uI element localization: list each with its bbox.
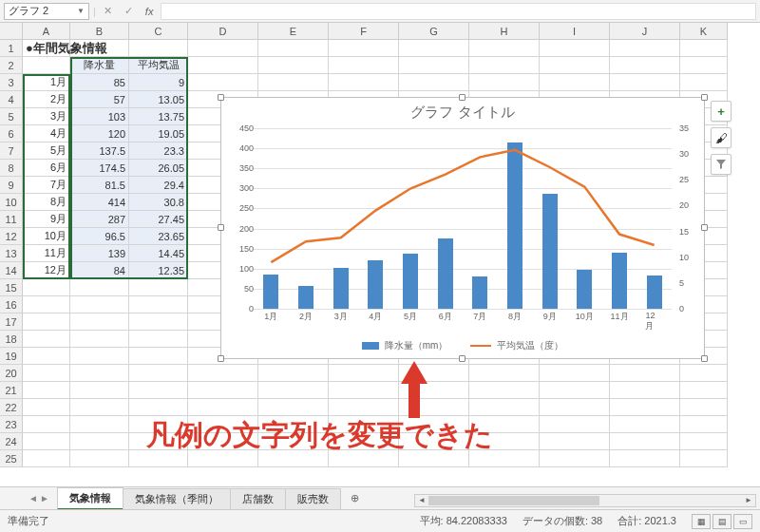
- cell[interactable]: [70, 314, 129, 331]
- line-series[interactable]: [254, 128, 672, 309]
- row-header[interactable]: 3: [0, 74, 23, 91]
- cell[interactable]: [680, 450, 728, 467]
- cell[interactable]: [129, 314, 188, 331]
- chart-legend[interactable]: 降水量（mm） 平均気温（度）: [221, 339, 704, 352]
- cell[interactable]: [680, 433, 728, 450]
- row-header[interactable]: 21: [0, 382, 23, 399]
- cell[interactable]: [70, 433, 129, 450]
- chart-elements-button[interactable]: +: [711, 101, 732, 122]
- cell[interactable]: [188, 365, 258, 382]
- cell[interactable]: [329, 365, 399, 382]
- cell[interactable]: 414: [70, 194, 129, 211]
- chart-filter-button[interactable]: [711, 154, 732, 175]
- cell[interactable]: 5月: [23, 142, 70, 160]
- row-header[interactable]: 15: [0, 279, 23, 296]
- cell[interactable]: [23, 279, 70, 296]
- col-header[interactable]: D: [188, 23, 258, 40]
- row-header[interactable]: 2: [0, 57, 23, 74]
- cell[interactable]: [23, 399, 70, 416]
- cell[interactable]: 23.65: [129, 228, 188, 245]
- row-header[interactable]: 13: [0, 245, 23, 262]
- cell[interactable]: 10月: [23, 228, 70, 245]
- col-header[interactable]: J: [610, 23, 680, 40]
- cell[interactable]: [329, 382, 399, 399]
- cell[interactable]: 30.8: [129, 194, 188, 211]
- cell[interactable]: [469, 365, 540, 382]
- cell[interactable]: [70, 279, 129, 296]
- chart-styles-button[interactable]: 🖌: [711, 127, 732, 148]
- cell[interactable]: [610, 57, 680, 74]
- cell[interactable]: [70, 331, 129, 348]
- cell[interactable]: 120: [70, 125, 129, 142]
- cell[interactable]: [258, 382, 329, 399]
- cell[interactable]: [540, 40, 610, 57]
- cell[interactable]: [70, 399, 129, 416]
- cell[interactable]: [70, 365, 129, 382]
- cell[interactable]: [258, 365, 329, 382]
- cell[interactable]: [610, 365, 680, 382]
- cell[interactable]: [70, 382, 129, 399]
- row-header[interactable]: 22: [0, 399, 23, 416]
- cell[interactable]: [70, 416, 129, 433]
- legend-item-bar[interactable]: 降水量（mm）: [362, 339, 448, 352]
- scroll-right-icon[interactable]: ►: [742, 495, 755, 506]
- sheet-tab[interactable]: 販売数: [285, 488, 341, 509]
- cell[interactable]: [258, 40, 329, 57]
- resize-handle[interactable]: [218, 94, 224, 101]
- cell[interactable]: [70, 296, 129, 314]
- row-header[interactable]: 17: [0, 314, 23, 331]
- cell[interactable]: [540, 57, 610, 74]
- cell[interactable]: [23, 314, 70, 331]
- cell[interactable]: [540, 365, 610, 382]
- cell[interactable]: [469, 399, 540, 416]
- worksheet[interactable]: ABCDEFGHIJK 1234567891011121314151617181…: [0, 23, 760, 486]
- cell[interactable]: [70, 450, 129, 467]
- col-header[interactable]: I: [540, 23, 610, 40]
- row-header[interactable]: 25: [0, 450, 23, 467]
- row-header[interactable]: 5: [0, 108, 23, 125]
- cell[interactable]: [258, 57, 329, 74]
- cell[interactable]: [399, 57, 469, 74]
- cancel-icon[interactable]: ✕: [100, 3, 117, 20]
- scroll-left-icon[interactable]: ◄: [415, 495, 428, 506]
- cell[interactable]: [129, 348, 188, 365]
- cell[interactable]: [23, 296, 70, 314]
- cell[interactable]: [680, 74, 728, 91]
- cell[interactable]: [70, 40, 129, 57]
- col-header[interactable]: E: [258, 23, 329, 40]
- cell[interactable]: [680, 57, 728, 74]
- scroll-thumb[interactable]: [428, 496, 599, 505]
- row-header[interactable]: 4: [0, 91, 23, 108]
- cell[interactable]: [469, 382, 540, 399]
- cell[interactable]: 14.45: [129, 245, 188, 262]
- cell[interactable]: [188, 399, 258, 416]
- cell[interactable]: [329, 399, 399, 416]
- cell[interactable]: [23, 416, 70, 433]
- cell[interactable]: 139: [70, 245, 129, 262]
- cell[interactable]: 6月: [23, 160, 70, 177]
- cell[interactable]: 81.5: [70, 177, 129, 194]
- cell[interactable]: 1月: [23, 74, 70, 91]
- row-header[interactable]: 20: [0, 365, 23, 382]
- fx-icon[interactable]: fx: [145, 6, 154, 17]
- cell[interactable]: [258, 74, 329, 91]
- sheet-tab-active[interactable]: 気象情報: [57, 487, 124, 510]
- row-header[interactable]: 12: [0, 228, 23, 245]
- cell[interactable]: [329, 40, 399, 57]
- resize-handle[interactable]: [218, 355, 224, 362]
- resize-handle[interactable]: [701, 224, 708, 231]
- cell[interactable]: [23, 365, 70, 382]
- cell[interactable]: [188, 74, 258, 91]
- row-header[interactable]: 9: [0, 177, 23, 194]
- h-scrollbar[interactable]: ◄ ►: [414, 494, 756, 507]
- cell[interactable]: [610, 382, 680, 399]
- view-normal-button[interactable]: ▦: [692, 514, 711, 529]
- cell[interactable]: [610, 40, 680, 57]
- cell[interactable]: 12月: [23, 262, 70, 279]
- cell[interactable]: 174.5: [70, 160, 129, 177]
- chevron-down-icon[interactable]: ▼: [77, 7, 85, 15]
- view-break-button[interactable]: ▭: [733, 514, 752, 529]
- name-box[interactable]: グラフ 2 ▼: [4, 3, 89, 20]
- row-header[interactable]: 23: [0, 416, 23, 433]
- cell[interactable]: 26.05: [129, 160, 188, 177]
